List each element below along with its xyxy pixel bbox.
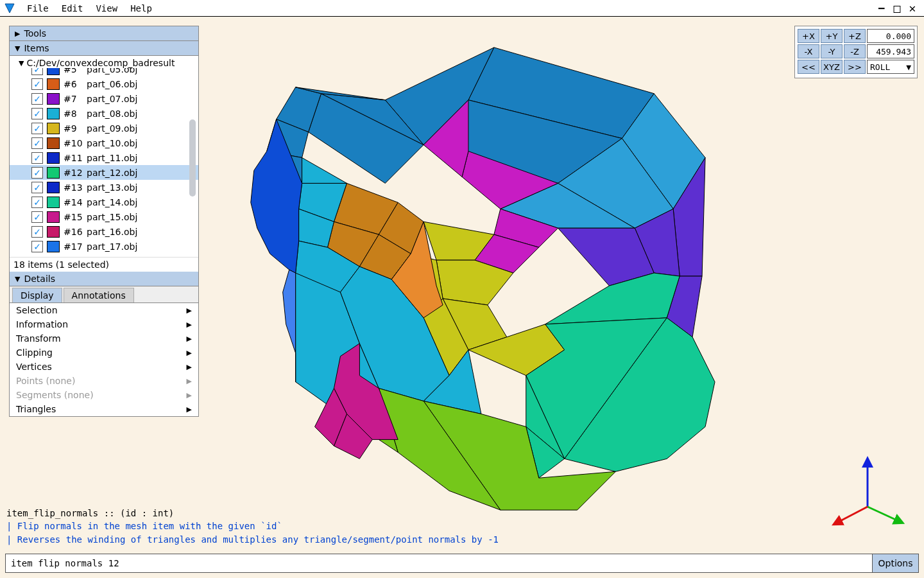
nav-value-2[interactable]: 459.943 (867, 44, 914, 58)
nav-mode-select[interactable]: ROLL ▼ (867, 60, 914, 74)
svg-marker-10 (622, 94, 705, 209)
list-item[interactable]: ✓#7part_07.obj (10, 91, 198, 106)
item-index: #9 (64, 123, 83, 134)
list-item[interactable]: ✓#11part_11.obj (10, 150, 198, 165)
detail-row[interactable]: Vertices▶ (10, 360, 198, 374)
expand-icon: ▼ (19, 59, 24, 67)
svg-marker-24 (359, 234, 411, 279)
svg-marker-48 (315, 389, 347, 446)
svg-marker-49 (251, 119, 302, 273)
list-item[interactable]: ✓#12part_12.obj (10, 165, 198, 180)
list-item[interactable]: ✓#17part_17.obj (10, 239, 198, 254)
color-swatch (47, 211, 60, 223)
svg-marker-39 (526, 426, 565, 478)
nav-minus-z[interactable]: -Z (844, 44, 866, 58)
nav-next[interactable]: >> (844, 60, 866, 74)
nav-plus-z[interactable]: +Z (844, 29, 866, 43)
svg-marker-31 (391, 254, 443, 318)
section-tools[interactable]: ▶ Tools (10, 26, 198, 41)
nav-prev[interactable]: << (798, 60, 819, 74)
options-button[interactable]: Options (873, 554, 919, 573)
nav-xyz[interactable]: XYZ (821, 60, 843, 74)
list-item[interactable]: ✓#5part_05.obj (10, 68, 198, 76)
svg-marker-8 (321, 94, 424, 145)
checkbox[interactable]: ✓ (31, 167, 43, 179)
detail-row[interactable]: Triangles▶ (10, 402, 198, 416)
svg-marker-14 (635, 209, 680, 276)
color-swatch (47, 137, 60, 149)
detail-label: Segments (none) (16, 390, 94, 400)
maximize-button[interactable]: □ (889, 1, 905, 15)
nav-plus-y[interactable]: +Y (821, 29, 843, 43)
axis-gizmo[interactable] (829, 452, 906, 529)
nav-minus-y[interactable]: -Y (821, 44, 843, 58)
checkbox[interactable]: ✓ (31, 123, 43, 134)
list-item[interactable]: ✓#16part_16.obj (10, 224, 198, 239)
collapse-icon: ▶ (15, 30, 20, 38)
checkbox[interactable]: ✓ (31, 93, 43, 105)
tree-root[interactable]: ▼ C:/Dev/convexdecomp_badresult (10, 56, 198, 68)
console-line: | Reverses the winding of triangles and … (6, 533, 499, 546)
detail-row[interactable]: Information▶ (10, 317, 198, 331)
detail-row: Points (none)▶ (10, 374, 198, 388)
svg-marker-7 (385, 48, 494, 145)
detail-row[interactable]: Transform▶ (10, 331, 198, 346)
checkbox[interactable]: ✓ (31, 152, 43, 164)
expand-icon: ▼ (15, 275, 20, 283)
menubar: FileEditViewHelp − □ ✕ (0, 0, 924, 17)
checkbox[interactable]: ✓ (31, 137, 43, 149)
checkbox[interactable]: ✓ (31, 108, 43, 119)
nav-plus-x[interactable]: +X (798, 29, 819, 43)
item-filename: part_09.obj (87, 123, 137, 134)
svg-marker-2 (424, 100, 622, 184)
menu-file[interactable]: File (21, 1, 55, 16)
menu-help[interactable]: Help (124, 1, 158, 16)
scrollbar[interactable] (189, 119, 196, 197)
item-index: #5 (64, 68, 83, 74)
checkbox[interactable]: ✓ (31, 182, 43, 193)
list-item[interactable]: ✓#8part_08.obj (10, 106, 198, 121)
nav-value-1[interactable]: 0.000 (867, 29, 914, 43)
list-item[interactable]: ✓#6part_06.obj (10, 76, 198, 91)
checkbox[interactable]: ✓ (31, 211, 43, 223)
list-item[interactable]: ✓#15part_15.obj (10, 209, 198, 224)
item-filename: part_14.obj (87, 197, 137, 207)
color-swatch (47, 241, 60, 252)
item-index: #12 (64, 168, 83, 178)
item-filename: part_16.obj (87, 227, 137, 237)
checkbox[interactable]: ✓ (31, 68, 43, 75)
command-input[interactable] (5, 554, 873, 573)
svg-marker-35 (545, 273, 680, 324)
checkbox[interactable]: ✓ (31, 197, 43, 208)
close-button[interactable]: ✕ (905, 1, 920, 15)
minimize-button[interactable]: − (874, 1, 889, 15)
item-filename: part_15.obj (87, 212, 137, 222)
menu-edit[interactable]: Edit (55, 1, 90, 16)
item-filename: part_10.obj (87, 138, 137, 148)
list-item[interactable]: ✓#10part_10.obj (10, 136, 198, 150)
checkbox[interactable]: ✓ (31, 241, 43, 252)
detail-row[interactable]: Clipping▶ (10, 346, 198, 360)
detail-label: Transform (16, 333, 61, 344)
list-item[interactable]: ✓#14part_14.obj (10, 195, 198, 209)
tab-annotations[interactable]: Annotations (64, 288, 134, 302)
menu-view[interactable]: View (89, 1, 124, 16)
chevron-right-icon: ▶ (187, 306, 192, 315)
items-status: 18 items (1 selected) (10, 257, 198, 272)
section-details[interactable]: ▼ Details (10, 272, 198, 286)
svg-marker-12 (501, 183, 635, 228)
tab-display[interactable]: Display (12, 288, 62, 302)
detail-label: Information (16, 319, 68, 329)
checkbox[interactable]: ✓ (31, 226, 43, 238)
app-logo (3, 1, 17, 15)
list-item[interactable]: ✓#13part_13.obj (10, 180, 198, 195)
svg-marker-19 (424, 100, 468, 177)
section-items[interactable]: ▼ Items (10, 41, 198, 56)
expand-icon: ▼ (15, 44, 20, 53)
svg-marker-15 (558, 228, 654, 286)
nav-minus-x[interactable]: -X (798, 44, 819, 58)
color-swatch (47, 167, 60, 179)
list-item[interactable]: ✓#9part_09.obj (10, 121, 198, 136)
checkbox[interactable]: ✓ (31, 78, 43, 90)
detail-row[interactable]: Selection▶ (10, 303, 198, 317)
